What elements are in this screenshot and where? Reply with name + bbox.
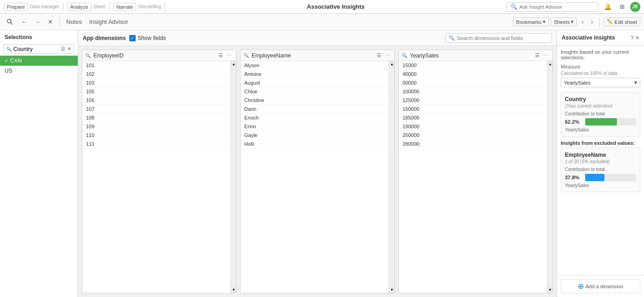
svg-line-1 [11,23,13,24]
table-row[interactable]: 190000 [399,122,547,131]
yearlysales-scroll-down[interactable]: ▼ [547,287,552,293]
table-row[interactable]: 108 [82,114,230,122]
sep2 [109,2,109,11]
employeename-scroll-up[interactable]: ▲ [389,61,394,67]
yearlysales-scroll-track [547,67,552,287]
yearlysales-more-btn[interactable]: ⋯ [542,52,550,59]
measure-sub: Calculated on 100% of data [561,71,640,76]
filter-actions: ☰ ✕ [60,46,72,52]
country-filter[interactable]: 🔍 Country ☰ ✕ [4,44,74,54]
employeeid-scroll-down[interactable]: ▼ [231,287,236,293]
table-row[interactable]: Christine [241,96,389,105]
table-row[interactable]: Darin [241,105,389,114]
add-dimension-button[interactable]: ⊕ Add a dimension [561,279,640,293]
employeeid-search-icon: 🔍 [85,53,91,58]
prepare-button[interactable]: Prepare [4,3,28,11]
notification-button[interactable]: 🔔 [601,1,614,12]
table-row[interactable]: Gayle [241,131,389,140]
toolbar: ← → ✕ Notes Insight Advisor Bookmarks ▾ … [0,14,644,30]
employee-card-title: EmployeeName [565,152,636,158]
svg-point-0 [7,19,11,23]
smart-search-button[interactable] [4,17,17,28]
dim-search-input[interactable] [457,35,549,41]
table-row[interactable]: 107 [82,105,230,114]
analyze-button[interactable]: Analyze [67,3,92,11]
yearlysales-scroll-up[interactable]: ▲ [547,61,552,67]
country-card-title: Country [565,96,636,103]
filter-list-view-button[interactable]: ☰ [60,46,66,52]
bookmarks-button[interactable]: Bookmarks ▾ [513,17,549,26]
table-row[interactable]: 125000 [399,96,547,105]
employeeid-scroll-track [231,67,236,287]
employeeid-search[interactable]: 🔍 EmployeeID [85,52,217,59]
table-row[interactable]: 109 [82,122,230,131]
table-row[interactable]: 250000 [399,131,547,140]
insights-help-button[interactable]: ? [631,34,634,41]
employeename-more-btn[interactable]: ⋯ [384,52,391,59]
table-row[interactable]: 100000 [399,87,547,96]
measure-dropdown[interactable]: YearlySales ▾ [561,78,640,87]
yearlysales-actions: ☰ ⋯ [534,52,550,59]
list-item-can[interactable]: ✓ CAN [0,56,78,66]
edit-sheet-button[interactable]: ✏️ Edit sheet [604,17,640,26]
prev-sheet-button[interactable]: ‹ [579,17,586,27]
selection-forward-button[interactable]: → [32,17,43,27]
table-row[interactable]: 110 [82,131,230,140]
yearlysales-search[interactable]: 🔍 YearlySales [402,52,534,59]
dim-search-wrap[interactable]: 🔍 [445,33,552,43]
selection-back-button[interactable]: ← [18,17,30,27]
filter-clear-button[interactable]: ✕ [67,46,72,52]
table-row[interactable]: 185000 [399,114,547,122]
yearlysales-list-btn[interactable]: ☰ [534,52,541,59]
notes-button[interactable]: Notes [63,17,85,27]
insights-close-button[interactable]: × [636,34,639,41]
plus-icon: ⊕ [578,282,584,291]
dimensions-area: 🔍 EmployeeID ☰ ⋯ 101 102 103 105 106 [78,46,557,297]
table-row[interactable]: 102 [82,70,230,79]
employeeid-table: 🔍 EmployeeID ☰ ⋯ 101 102 103 105 106 [82,50,236,293]
table-row[interactable]: 111 [82,140,230,148]
employeename-scroll-down[interactable]: ▼ [389,287,394,293]
table-row[interactable]: 150000 [399,105,547,114]
employeeid-scroll-up[interactable]: ▲ [231,61,236,67]
employeeid-list-btn[interactable]: ☰ [217,52,224,59]
next-sheet-button[interactable]: › [588,17,596,27]
list-item-us-label: US [5,68,12,74]
table-row[interactable]: 40000 [399,70,547,79]
table-row[interactable]: Erinn [241,122,389,131]
employee-bar-pct: 37.8% [565,175,582,180]
list-item-us[interactable]: US [0,66,78,76]
avatar: JK [630,2,640,12]
ask-insight-search[interactable]: 🔍 [506,2,598,11]
country-contribution-label: Contribution to total [565,111,636,116]
table-row[interactable]: Alyson [241,61,389,70]
employeeid-more-btn[interactable]: ⋯ [225,52,233,59]
table-row[interactable]: Holli [241,140,389,148]
employeename-title: EmployeeName [252,52,291,59]
app-dimensions-bar: App dimensions ✓ Show fields 🔍 [78,30,557,46]
table-row[interactable]: Enoch [241,114,389,122]
employeename-list-btn[interactable]: ☰ [375,52,383,59]
employee-contribution-bar: 37.8% [565,174,636,181]
table-row[interactable]: 103 [82,79,230,87]
table-row[interactable]: Antoine [241,70,389,79]
grid-button[interactable]: ⊞ [617,1,627,12]
table-row[interactable]: Chloe [241,87,389,96]
table-row[interactable]: 106 [82,96,230,105]
clear-selections-button[interactable]: ✕ [45,17,56,27]
sheets-button[interactable]: Sheets ▾ [551,17,577,26]
insight-advisor-button[interactable]: Insight Advisor [86,17,131,27]
table-row[interactable]: 50000 [399,79,547,87]
table-row[interactable]: August [241,79,389,87]
show-fields-check[interactable]: ✓ Show fields [129,35,166,41]
employee-bar-bg [585,174,636,181]
table-row[interactable]: 105 [82,87,230,96]
table-row[interactable]: 15000 [399,61,547,70]
narrate-button[interactable]: Narrate [113,3,137,11]
table-row[interactable]: 280000 [399,140,547,148]
employeename-search[interactable]: 🔍 EmployeeName [243,52,375,59]
selections-header: Selections [0,30,78,42]
bookmarks-label: Bookmarks [516,19,541,25]
ask-insight-input[interactable] [519,4,594,10]
table-row[interactable]: 101 [82,61,230,70]
